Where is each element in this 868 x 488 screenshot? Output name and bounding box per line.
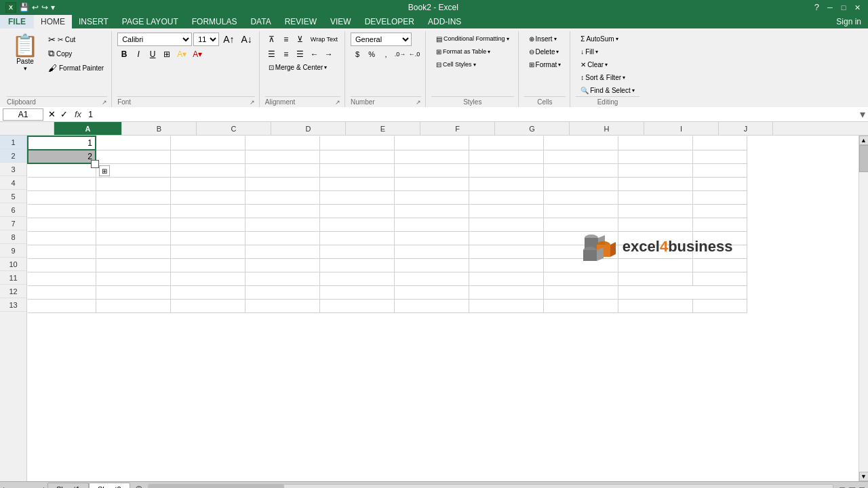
cell-J3[interactable] bbox=[692, 163, 747, 177]
cell-F7[interactable] bbox=[394, 218, 469, 231]
indent-dec-btn[interactable]: ← bbox=[308, 47, 321, 61]
cell-I12[interactable]: excel4business bbox=[618, 285, 747, 299]
cell-J5[interactable] bbox=[692, 190, 747, 204]
cell-H6[interactable] bbox=[543, 204, 618, 218]
cell-A12[interactable] bbox=[28, 285, 96, 299]
percent-btn[interactable]: % bbox=[365, 47, 378, 61]
font-size-select[interactable]: 11 bbox=[193, 33, 219, 46]
font-color-btn[interactable]: A▾ bbox=[190, 47, 205, 61]
align-left-btn[interactable]: ☰ bbox=[265, 47, 279, 61]
cell-G1[interactable] bbox=[469, 136, 543, 150]
cell-H3[interactable] bbox=[543, 163, 618, 177]
insert-dropdown[interactable]: ▾ bbox=[554, 36, 557, 42]
cell-D7[interactable] bbox=[245, 218, 319, 231]
cell-A6[interactable] bbox=[28, 204, 96, 218]
cell-D11[interactable] bbox=[245, 272, 319, 285]
cell-F12[interactable] bbox=[394, 285, 469, 299]
format-painter-btn[interactable]: 🖌 Format Painter bbox=[45, 61, 107, 75]
cell-G6[interactable] bbox=[469, 204, 543, 218]
align-top-btn[interactable]: ⊼ bbox=[265, 33, 279, 46]
fill-btn[interactable]: ↓ Fill ▾ bbox=[576, 45, 639, 58]
cell-E5[interactable] bbox=[319, 190, 394, 204]
format-btn[interactable]: ⊞ Format ▾ bbox=[524, 58, 566, 70]
cell-A11[interactable] bbox=[28, 272, 96, 285]
cell-C9[interactable] bbox=[170, 245, 245, 258]
cell-A4[interactable] bbox=[28, 177, 96, 190]
col-header-g[interactable]: G bbox=[495, 122, 570, 135]
find-dropdown[interactable]: ▾ bbox=[632, 87, 635, 94]
format-dropdown[interactable]: ▾ bbox=[558, 62, 561, 68]
cell-B2[interactable] bbox=[96, 150, 170, 163]
conditional-dropdown[interactable]: ▾ bbox=[507, 36, 509, 42]
merge-dropdown[interactable]: ▾ bbox=[324, 64, 327, 70]
row-header-2[interactable]: 2 bbox=[0, 149, 26, 163]
page-layout-icon[interactable]: ⊞ bbox=[839, 485, 846, 488]
scroll-up-btn[interactable]: ▲ bbox=[859, 136, 869, 145]
cell-B11[interactable] bbox=[96, 272, 170, 285]
scroll-track[interactable] bbox=[859, 145, 869, 472]
align-bottom-btn[interactable]: ⊻ bbox=[294, 33, 307, 46]
cell-D13[interactable] bbox=[245, 299, 319, 312]
cell-J1[interactable] bbox=[692, 136, 747, 150]
insert-btn[interactable]: ⊕ Insert ▾ bbox=[524, 33, 566, 45]
cancel-formula-btn[interactable]: ✕ bbox=[46, 109, 57, 120]
clear-btn[interactable]: ✕ Clear ▾ bbox=[576, 58, 639, 70]
menu-home[interactable]: HOME bbox=[34, 15, 72, 28]
cell-I5[interactable] bbox=[618, 190, 692, 204]
cell-H4[interactable] bbox=[543, 177, 618, 190]
scroll-down-btn[interactable]: ▼ bbox=[859, 472, 869, 481]
cell-G4[interactable] bbox=[469, 177, 543, 190]
decrease-font-btn[interactable]: A↓ bbox=[238, 33, 254, 46]
align-right-btn[interactable]: ☰ bbox=[294, 47, 307, 61]
font-expand-icon[interactable]: ↗ bbox=[250, 99, 255, 106]
cell-E12[interactable] bbox=[319, 285, 394, 299]
row-header-4[interactable]: 4 bbox=[0, 176, 26, 190]
cell-G9[interactable] bbox=[469, 245, 543, 258]
cell-D4[interactable] bbox=[245, 177, 319, 190]
paste-options-btn[interactable]: ⊞ bbox=[99, 165, 110, 176]
cell-D8[interactable] bbox=[245, 231, 319, 245]
menu-addins[interactable]: ADD-INS bbox=[421, 15, 468, 28]
cell-D6[interactable] bbox=[245, 204, 319, 218]
cell-I11[interactable] bbox=[618, 272, 692, 285]
cell-F13[interactable] bbox=[394, 299, 469, 312]
cell-C7[interactable] bbox=[170, 218, 245, 231]
menu-page-layout[interactable]: PAGE LAYOUT bbox=[115, 15, 185, 28]
menu-insert[interactable]: INSERT bbox=[72, 15, 115, 28]
find-select-btn[interactable]: 🔍 Find & Select ▾ bbox=[576, 84, 639, 96]
autofill-handle[interactable] bbox=[91, 160, 99, 168]
cell-I6[interactable] bbox=[618, 204, 692, 218]
cell-H2[interactable] bbox=[543, 150, 618, 163]
menu-formulas[interactable]: FORMULAS bbox=[185, 15, 244, 28]
cell-A7[interactable] bbox=[28, 218, 96, 231]
prev-sheet-btn[interactable]: ◄ bbox=[14, 485, 23, 488]
increase-font-btn[interactable]: A↑ bbox=[220, 33, 237, 46]
row-header-8[interactable]: 8 bbox=[0, 230, 26, 244]
cell-C11[interactable] bbox=[170, 272, 245, 285]
cell-C13[interactable] bbox=[170, 299, 245, 312]
cell-F9[interactable] bbox=[394, 245, 469, 258]
cell-F1[interactable] bbox=[394, 136, 469, 150]
underline-btn[interactable]: U bbox=[146, 47, 159, 61]
cell-H13[interactable] bbox=[543, 299, 618, 312]
indent-inc-btn[interactable]: → bbox=[322, 47, 336, 61]
row-header-3[interactable]: 3 bbox=[0, 163, 26, 176]
conditional-formatting-btn[interactable]: ▤ Conditional Formatting ▾ bbox=[431, 33, 514, 45]
row-header-9[interactable]: 9 bbox=[0, 244, 26, 258]
cell-I2[interactable] bbox=[618, 150, 692, 163]
row-header-6[interactable]: 6 bbox=[0, 203, 26, 217]
signin-btn[interactable]: Sign in bbox=[829, 15, 868, 28]
cell-C2[interactable] bbox=[170, 150, 245, 163]
menu-data[interactable]: DATA bbox=[243, 15, 277, 28]
col-header-j[interactable]: J bbox=[719, 122, 773, 135]
row-header-7[interactable]: 7 bbox=[0, 217, 26, 230]
formula-bar-expand-btn[interactable]: ▾ bbox=[860, 108, 865, 121]
font-name-select[interactable]: Calibri bbox=[117, 33, 192, 46]
col-header-c[interactable]: C bbox=[197, 122, 271, 135]
fill-dropdown[interactable]: ▾ bbox=[595, 49, 598, 55]
cell-J11[interactable] bbox=[692, 272, 747, 285]
menu-review[interactable]: REVIEW bbox=[278, 15, 323, 28]
sheet-tab-2[interactable]: Sheet2 bbox=[89, 483, 130, 488]
cell-H1[interactable] bbox=[543, 136, 618, 150]
bold-btn[interactable]: B bbox=[117, 47, 131, 61]
